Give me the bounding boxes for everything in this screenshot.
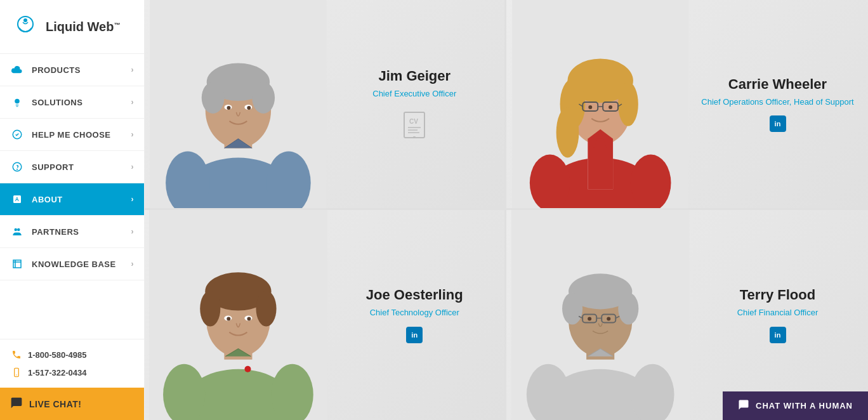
brand-name: Liquid Web	[46, 20, 114, 34]
logo-icon	[10, 11, 41, 42]
mobile-icon	[10, 366, 23, 379]
lightbulb-icon	[10, 95, 24, 109]
sidebar-item-help[interactable]: HELP ME CHOOSE ›	[0, 119, 144, 151]
svg-point-9	[17, 228, 20, 232]
svg-point-2	[15, 99, 20, 104]
terry-info: Terry Flood Chief Financial Officer in	[687, 210, 868, 420]
svg-point-38	[556, 107, 579, 158]
person-card-terry: Terry Flood Chief Financial Officer in	[506, 210, 868, 420]
jim-name: Jim Geiger	[378, 68, 450, 84]
people-icon	[10, 225, 24, 239]
sidebar-item-support[interactable]: SUPPORT ›	[0, 151, 144, 183]
svg-point-59	[244, 366, 251, 372]
phone-line-1[interactable]: 1-800-580-4985	[10, 346, 134, 364]
sidebar-item-knowledge[interactable]: KNOWLEDGE BASE ›	[0, 248, 144, 280]
nav-menu: PRODUCTS › SOLUTIONS › HELP ME CHOOSE › …	[0, 54, 144, 339]
help-label: HELP ME CHOOSE	[32, 130, 111, 140]
book-icon	[10, 257, 24, 271]
about-chevron: ›	[131, 195, 135, 204]
live-chat-bar[interactable]: LIVE CHAT!	[0, 388, 144, 420]
chat-human-label: CHAT WITH A HUMAN	[756, 401, 853, 410]
joe-name: Joe Oesterling	[366, 287, 463, 303]
terry-photo	[506, 210, 694, 420]
knowledge-chevron: ›	[131, 259, 135, 268]
support-chevron: ›	[131, 162, 135, 171]
svg-point-11	[16, 374, 16, 375]
sidebar-item-products[interactable]: PRODUCTS ›	[0, 54, 144, 86]
jim-photo	[145, 0, 332, 208]
svg-point-8	[15, 228, 18, 232]
cloud-icon	[10, 63, 24, 77]
svg-text:A: A	[15, 197, 19, 202]
svg-rect-25	[404, 112, 424, 138]
terry-title: Chief Financial Officer	[737, 307, 819, 318]
person-card-carrie: Carrie Wheeler Chief Operations Officer,…	[506, 0, 868, 210]
terry-linkedin[interactable]: in	[770, 327, 786, 343]
carrie-name: Carrie Wheeler	[728, 76, 827, 93]
products-chevron: ›	[131, 65, 135, 74]
about-icon: A	[10, 192, 24, 206]
about-label: ABOUT	[32, 195, 63, 204]
carrie-info: Carrie Wheeler Chief Operations Officer,…	[687, 0, 868, 208]
sidebar-item-about[interactable]: A ABOUT ›	[0, 183, 144, 216]
products-label: PRODUCTS	[32, 65, 81, 75]
joe-linkedin[interactable]: in	[406, 327, 423, 343]
partners-label: PARTNERS	[32, 227, 79, 237]
svg-point-57	[227, 317, 230, 321]
joe-photo	[145, 210, 332, 420]
chat-icon	[10, 397, 23, 411]
svg-point-54	[256, 291, 276, 326]
svg-point-68	[618, 292, 638, 324]
joe-info: Joe Oesterling Chief Technology Officer …	[325, 210, 505, 420]
person-card-joe: Joe Oesterling Chief Technology Officer …	[145, 210, 506, 420]
jim-info: Jim Geiger Chief Executive Officer CV	[325, 0, 505, 208]
sidebar-item-partners[interactable]: PARTNERS ›	[0, 216, 144, 248]
person-card-jim: Jim Geiger Chief Executive Officer CV	[145, 0, 506, 210]
logo-area[interactable]: Liquid Web™	[0, 0, 144, 54]
sidebar-item-solutions[interactable]: SOLUTIONS ›	[0, 86, 144, 119]
phone-number-2: 1-517-322-0434	[28, 368, 87, 377]
sidebar: Liquid Web™ PRODUCTS › SOLUTIONS › HELP …	[0, 0, 145, 420]
svg-rect-10	[15, 368, 19, 376]
svg-point-18	[252, 82, 275, 114]
chat-human-icon	[738, 399, 749, 412]
svg-point-75	[607, 317, 610, 321]
svg-point-22	[247, 106, 251, 110]
carrie-title: Chief Operations Officer, Head of Suppor…	[701, 96, 853, 108]
carrie-photo	[506, 0, 694, 208]
chat-human-button[interactable]: CHAT WITH A HUMAN	[723, 391, 868, 420]
svg-point-58	[247, 317, 251, 321]
live-chat-label: LIVE CHAT!	[29, 399, 82, 409]
svg-point-5	[17, 169, 18, 169]
solutions-label: SOLUTIONS	[32, 98, 82, 107]
svg-point-1	[23, 18, 27, 22]
svg-point-44	[588, 105, 592, 109]
knowledge-label: KNOWLEDGE BASE	[32, 259, 116, 269]
brand-tm: ™	[114, 21, 120, 28]
check-icon	[10, 128, 24, 141]
phone-number-1: 1-800-580-4985	[28, 350, 87, 360]
main-content: Jim Geiger Chief Executive Officer CV	[145, 0, 868, 420]
help-chevron: ›	[131, 130, 135, 139]
question-icon	[10, 160, 24, 174]
carrie-linkedin[interactable]: in	[770, 115, 786, 132]
phone-area: 1-800-580-4985 1-517-322-0434	[0, 339, 144, 388]
solutions-chevron: ›	[131, 98, 135, 107]
terry-name: Terry Flood	[740, 287, 815, 303]
partners-chevron: ›	[131, 227, 135, 236]
svg-point-17	[202, 82, 225, 114]
svg-point-74	[588, 317, 591, 321]
cv-icon[interactable]: CV	[402, 110, 427, 140]
svg-point-21	[227, 106, 231, 110]
jim-title: Chief Executive Officer	[372, 88, 456, 100]
phone-line-2[interactable]: 1-517-322-0434	[10, 364, 134, 381]
joe-title: Chief Technology Officer	[370, 307, 459, 318]
svg-point-67	[562, 292, 582, 324]
svg-point-45	[608, 105, 612, 109]
svg-point-53	[200, 291, 220, 326]
svg-text:CV: CV	[409, 118, 418, 125]
support-label: SUPPORT	[32, 162, 74, 172]
phone-icon	[10, 348, 23, 361]
